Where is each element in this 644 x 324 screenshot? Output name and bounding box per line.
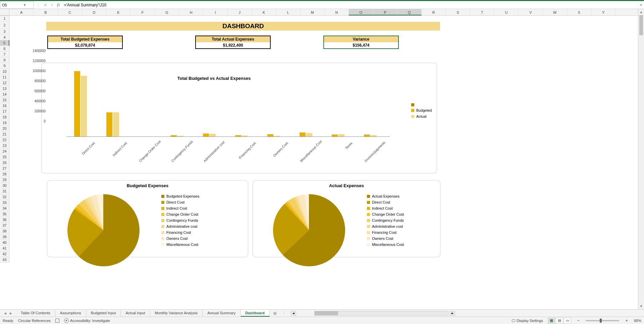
zoom-level[interactable]: 90%: [634, 319, 641, 323]
row-header-7[interactable]: 7: [0, 52, 9, 57]
view-normal-button[interactable]: ▦: [548, 318, 555, 324]
chart-actual-pie[interactable]: Actual Expenses Actual ExpensesDirect Co…: [253, 180, 440, 257]
hscroll-thumb[interactable]: [315, 311, 338, 315]
row-header-8[interactable]: 8: [0, 57, 9, 63]
vertical-scrollbar[interactable]: ▲ ▼: [638, 9, 644, 309]
column-header-Q[interactable]: Q: [397, 9, 422, 15]
row-header-14[interactable]: 14: [0, 92, 9, 97]
column-header-W[interactable]: W: [543, 9, 567, 15]
accessibility-button[interactable]: ✦ Accessibility: Investigate: [64, 318, 110, 323]
formula-input[interactable]: [62, 3, 638, 7]
row-header-17[interactable]: 17: [0, 109, 9, 114]
cancel-formula-icon[interactable]: ✕: [44, 3, 47, 7]
new-sheet-button[interactable]: ⊕: [270, 311, 280, 316]
row-header-23[interactable]: 23: [0, 143, 9, 149]
column-header-K[interactable]: K: [252, 9, 276, 15]
select-all-corner[interactable]: [0, 9, 9, 15]
row-header-5[interactable]: 5: [0, 40, 9, 46]
sheet-tab-budgeted-input[interactable]: Budgeted Input: [86, 310, 121, 317]
column-header-G[interactable]: G: [155, 9, 179, 15]
zoom-thumb[interactable]: [600, 319, 602, 323]
tab-split-icon[interactable]: ⋮: [280, 311, 288, 315]
row-header-34[interactable]: 34: [0, 206, 9, 211]
row-header-18[interactable]: 18: [0, 114, 9, 120]
row-header-42[interactable]: 42: [0, 251, 9, 257]
kpi-variance[interactable]: Variance $156,474: [323, 36, 399, 49]
row-header-19[interactable]: 19: [0, 120, 9, 126]
hscroll-left-icon[interactable]: ◄: [291, 311, 296, 316]
column-header-D[interactable]: D: [82, 9, 106, 15]
column-header-B[interactable]: B: [34, 9, 58, 15]
column-header-N[interactable]: N: [325, 9, 349, 15]
row-header-27[interactable]: 27: [0, 166, 9, 171]
row-header-9[interactable]: 9: [0, 63, 9, 69]
status-circular-refs[interactable]: Circular References: [18, 319, 51, 323]
chart-budgeted-pie[interactable]: Budgeted Expenses Budgeted ExpensesDirec…: [47, 180, 248, 257]
row-header-2[interactable]: 2: [0, 21, 9, 29]
column-header-L[interactable]: L: [276, 9, 300, 15]
row-header-37[interactable]: 37: [0, 223, 9, 228]
column-header-V[interactable]: V: [519, 9, 543, 15]
scroll-thumb[interactable]: [639, 15, 643, 35]
column-header-C[interactable]: C: [58, 9, 82, 15]
column-header-I[interactable]: I: [203, 9, 227, 15]
zoom-in-button[interactable]: +: [624, 318, 629, 323]
view-page-break-button[interactable]: ▭: [564, 318, 571, 324]
row-header-33[interactable]: 33: [0, 200, 9, 206]
column-header-O[interactable]: O: [349, 9, 373, 15]
zoom-out-button[interactable]: −: [576, 318, 581, 323]
column-header-R[interactable]: R: [422, 9, 446, 15]
sheet-tab-monthly-variance-analysis[interactable]: Monthly Variance Analysis: [150, 310, 203, 317]
view-page-layout-button[interactable]: ▤: [556, 318, 563, 324]
row-header-28[interactable]: 28: [0, 171, 9, 177]
row-header-32[interactable]: 32: [0, 194, 9, 200]
macro-record-icon[interactable]: [55, 319, 59, 323]
row-header-4[interactable]: 4: [0, 35, 9, 40]
column-header-F[interactable]: F: [130, 9, 155, 15]
row-header-24[interactable]: 24: [0, 149, 9, 154]
row-header-21[interactable]: 21: [0, 131, 9, 137]
column-header-S[interactable]: S: [446, 9, 470, 15]
row-header-38[interactable]: 38: [0, 228, 9, 234]
scroll-down-icon[interactable]: ▼: [638, 303, 644, 309]
column-header-E[interactable]: E: [106, 9, 130, 15]
row-header-40[interactable]: 40: [0, 240, 9, 246]
column-header-P[interactable]: P: [373, 9, 397, 15]
row-header-1[interactable]: 1: [0, 16, 9, 21]
row-header-20[interactable]: 20: [0, 126, 9, 131]
sheet-tab-annual-summary[interactable]: Annual Summary: [203, 310, 240, 317]
row-header-39[interactable]: 39: [0, 234, 9, 240]
name-box[interactable]: O5 ▼: [0, 1, 34, 9]
row-header-13[interactable]: 13: [0, 86, 9, 92]
column-header-H[interactable]: H: [179, 9, 203, 15]
row-header-15[interactable]: 15: [0, 97, 9, 103]
worksheet-cells[interactable]: DASHBOARD Total Budgeted Expenses $2,078…: [9, 16, 638, 263]
chart-budget-vs-actual[interactable]: Total Budgeted vs Actual Expenses 020000…: [41, 63, 437, 173]
column-header-U[interactable]: U: [494, 9, 519, 15]
row-header-10[interactable]: 10: [0, 69, 9, 74]
hscroll-right-icon[interactable]: ►: [450, 311, 455, 316]
row-header-16[interactable]: 16: [0, 103, 9, 109]
sheet-tab-table-of-contents[interactable]: Table Of Contents: [16, 310, 55, 317]
row-header-30[interactable]: 30: [0, 183, 9, 188]
tab-nav-prev-icon[interactable]: ◄: [3, 311, 7, 315]
row-header-31[interactable]: 31: [0, 188, 9, 194]
column-header-M[interactable]: M: [301, 9, 325, 15]
sheet-tab-assumptions[interactable]: Assumptions: [55, 310, 86, 317]
display-settings-button[interactable]: 🖵 Display Settings: [512, 319, 543, 323]
row-header-12[interactable]: 12: [0, 80, 9, 86]
name-box-dropdown-icon[interactable]: ▼: [17, 3, 32, 7]
row-header-26[interactable]: 26: [0, 160, 9, 166]
sheet-tab-actual-input[interactable]: Actual Input: [121, 310, 150, 317]
formula-expand-icon[interactable]: ▾: [638, 2, 644, 8]
row-header-3[interactable]: 3: [0, 29, 9, 35]
fx-icon[interactable]: fx: [57, 2, 60, 7]
row-header-11[interactable]: 11: [0, 74, 9, 80]
column-header-Y[interactable]: Y: [591, 9, 615, 15]
column-header-T[interactable]: T: [470, 9, 494, 15]
row-header-43[interactable]: 43: [0, 257, 9, 263]
zoom-slider[interactable]: [586, 320, 619, 321]
row-header-25[interactable]: 25: [0, 154, 9, 160]
sheet-tab-dashboard[interactable]: Dashboard: [241, 310, 270, 317]
row-header-36[interactable]: 36: [0, 217, 9, 223]
